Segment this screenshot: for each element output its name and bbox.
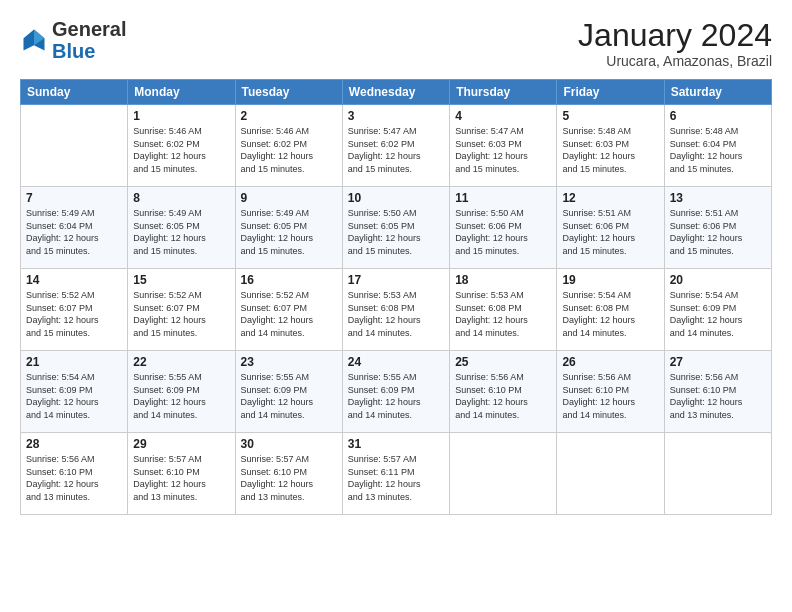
- calendar-cell: 31Sunrise: 5:57 AM Sunset: 6:11 PM Dayli…: [342, 433, 449, 515]
- day-number: 16: [241, 273, 337, 287]
- logo-general-text: General: [52, 18, 126, 40]
- day-number: 9: [241, 191, 337, 205]
- day-info: Sunrise: 5:57 AM Sunset: 6:10 PM Dayligh…: [241, 453, 337, 503]
- logo: General Blue: [20, 18, 126, 62]
- day-info: Sunrise: 5:49 AM Sunset: 6:05 PM Dayligh…: [241, 207, 337, 257]
- calendar-cell: [557, 433, 664, 515]
- calendar-cell: 23Sunrise: 5:55 AM Sunset: 6:09 PM Dayli…: [235, 351, 342, 433]
- day-info: Sunrise: 5:56 AM Sunset: 6:10 PM Dayligh…: [562, 371, 658, 421]
- day-number: 2: [241, 109, 337, 123]
- calendar-cell: 1Sunrise: 5:46 AM Sunset: 6:02 PM Daylig…: [128, 105, 235, 187]
- logo-text: General Blue: [52, 18, 126, 62]
- day-number: 27: [670, 355, 766, 369]
- calendar-cell: 22Sunrise: 5:55 AM Sunset: 6:09 PM Dayli…: [128, 351, 235, 433]
- logo-icon: [20, 26, 48, 54]
- calendar-cell: 8Sunrise: 5:49 AM Sunset: 6:05 PM Daylig…: [128, 187, 235, 269]
- day-info: Sunrise: 5:49 AM Sunset: 6:05 PM Dayligh…: [133, 207, 229, 257]
- calendar-cell: 18Sunrise: 5:53 AM Sunset: 6:08 PM Dayli…: [450, 269, 557, 351]
- day-info: Sunrise: 5:56 AM Sunset: 6:10 PM Dayligh…: [26, 453, 122, 503]
- day-info: Sunrise: 5:48 AM Sunset: 6:03 PM Dayligh…: [562, 125, 658, 175]
- calendar-cell: 2Sunrise: 5:46 AM Sunset: 6:02 PM Daylig…: [235, 105, 342, 187]
- day-number: 30: [241, 437, 337, 451]
- day-number: 31: [348, 437, 444, 451]
- calendar-cell: 12Sunrise: 5:51 AM Sunset: 6:06 PM Dayli…: [557, 187, 664, 269]
- calendar-cell: 21Sunrise: 5:54 AM Sunset: 6:09 PM Dayli…: [21, 351, 128, 433]
- calendar-cell: 14Sunrise: 5:52 AM Sunset: 6:07 PM Dayli…: [21, 269, 128, 351]
- week-row-4: 21Sunrise: 5:54 AM Sunset: 6:09 PM Dayli…: [21, 351, 772, 433]
- day-info: Sunrise: 5:53 AM Sunset: 6:08 PM Dayligh…: [455, 289, 551, 339]
- day-info: Sunrise: 5:54 AM Sunset: 6:09 PM Dayligh…: [670, 289, 766, 339]
- calendar-cell: 10Sunrise: 5:50 AM Sunset: 6:05 PM Dayli…: [342, 187, 449, 269]
- calendar-cell: 7Sunrise: 5:49 AM Sunset: 6:04 PM Daylig…: [21, 187, 128, 269]
- day-info: Sunrise: 5:50 AM Sunset: 6:06 PM Dayligh…: [455, 207, 551, 257]
- calendar-cell: 6Sunrise: 5:48 AM Sunset: 6:04 PM Daylig…: [664, 105, 771, 187]
- day-info: Sunrise: 5:47 AM Sunset: 6:02 PM Dayligh…: [348, 125, 444, 175]
- calendar-cell: 29Sunrise: 5:57 AM Sunset: 6:10 PM Dayli…: [128, 433, 235, 515]
- day-info: Sunrise: 5:57 AM Sunset: 6:11 PM Dayligh…: [348, 453, 444, 503]
- day-info: Sunrise: 5:46 AM Sunset: 6:02 PM Dayligh…: [241, 125, 337, 175]
- day-number: 24: [348, 355, 444, 369]
- day-number: 17: [348, 273, 444, 287]
- day-number: 29: [133, 437, 229, 451]
- day-info: Sunrise: 5:55 AM Sunset: 6:09 PM Dayligh…: [241, 371, 337, 421]
- day-info: Sunrise: 5:49 AM Sunset: 6:04 PM Dayligh…: [26, 207, 122, 257]
- week-row-5: 28Sunrise: 5:56 AM Sunset: 6:10 PM Dayli…: [21, 433, 772, 515]
- weekday-header-wednesday: Wednesday: [342, 80, 449, 105]
- day-info: Sunrise: 5:46 AM Sunset: 6:02 PM Dayligh…: [133, 125, 229, 175]
- day-number: 14: [26, 273, 122, 287]
- week-row-3: 14Sunrise: 5:52 AM Sunset: 6:07 PM Dayli…: [21, 269, 772, 351]
- day-number: 11: [455, 191, 551, 205]
- weekday-header-thursday: Thursday: [450, 80, 557, 105]
- header: General Blue January 2024 Urucara, Amazo…: [20, 18, 772, 69]
- calendar-cell: 17Sunrise: 5:53 AM Sunset: 6:08 PM Dayli…: [342, 269, 449, 351]
- weekday-header-friday: Friday: [557, 80, 664, 105]
- calendar-cell: 28Sunrise: 5:56 AM Sunset: 6:10 PM Dayli…: [21, 433, 128, 515]
- calendar-cell: 9Sunrise: 5:49 AM Sunset: 6:05 PM Daylig…: [235, 187, 342, 269]
- month-title: January 2024: [578, 18, 772, 53]
- day-info: Sunrise: 5:52 AM Sunset: 6:07 PM Dayligh…: [241, 289, 337, 339]
- calendar-cell: 30Sunrise: 5:57 AM Sunset: 6:10 PM Dayli…: [235, 433, 342, 515]
- day-number: 18: [455, 273, 551, 287]
- calendar-cell: 19Sunrise: 5:54 AM Sunset: 6:08 PM Dayli…: [557, 269, 664, 351]
- day-info: Sunrise: 5:50 AM Sunset: 6:05 PM Dayligh…: [348, 207, 444, 257]
- weekday-header-sunday: Sunday: [21, 80, 128, 105]
- day-info: Sunrise: 5:52 AM Sunset: 6:07 PM Dayligh…: [133, 289, 229, 339]
- calendar-cell: [21, 105, 128, 187]
- calendar-cell: 20Sunrise: 5:54 AM Sunset: 6:09 PM Dayli…: [664, 269, 771, 351]
- weekday-header-tuesday: Tuesday: [235, 80, 342, 105]
- day-info: Sunrise: 5:57 AM Sunset: 6:10 PM Dayligh…: [133, 453, 229, 503]
- weekday-header-monday: Monday: [128, 80, 235, 105]
- calendar-cell: 3Sunrise: 5:47 AM Sunset: 6:02 PM Daylig…: [342, 105, 449, 187]
- day-info: Sunrise: 5:54 AM Sunset: 6:08 PM Dayligh…: [562, 289, 658, 339]
- page: General Blue January 2024 Urucara, Amazo…: [0, 0, 792, 529]
- day-number: 6: [670, 109, 766, 123]
- day-info: Sunrise: 5:54 AM Sunset: 6:09 PM Dayligh…: [26, 371, 122, 421]
- day-info: Sunrise: 5:51 AM Sunset: 6:06 PM Dayligh…: [670, 207, 766, 257]
- day-info: Sunrise: 5:53 AM Sunset: 6:08 PM Dayligh…: [348, 289, 444, 339]
- day-number: 4: [455, 109, 551, 123]
- weekday-header-saturday: Saturday: [664, 80, 771, 105]
- day-number: 12: [562, 191, 658, 205]
- day-number: 19: [562, 273, 658, 287]
- day-number: 13: [670, 191, 766, 205]
- calendar-cell: 15Sunrise: 5:52 AM Sunset: 6:07 PM Dayli…: [128, 269, 235, 351]
- day-info: Sunrise: 5:55 AM Sunset: 6:09 PM Dayligh…: [348, 371, 444, 421]
- calendar-cell: 27Sunrise: 5:56 AM Sunset: 6:10 PM Dayli…: [664, 351, 771, 433]
- calendar-cell: 25Sunrise: 5:56 AM Sunset: 6:10 PM Dayli…: [450, 351, 557, 433]
- calendar-cell: 13Sunrise: 5:51 AM Sunset: 6:06 PM Dayli…: [664, 187, 771, 269]
- day-number: 5: [562, 109, 658, 123]
- day-number: 26: [562, 355, 658, 369]
- day-info: Sunrise: 5:47 AM Sunset: 6:03 PM Dayligh…: [455, 125, 551, 175]
- calendar-cell: [450, 433, 557, 515]
- calendar-table: SundayMondayTuesdayWednesdayThursdayFrid…: [20, 79, 772, 515]
- title-area: January 2024 Urucara, Amazonas, Brazil: [578, 18, 772, 69]
- day-number: 25: [455, 355, 551, 369]
- day-number: 15: [133, 273, 229, 287]
- day-number: 1: [133, 109, 229, 123]
- weekday-header-row: SundayMondayTuesdayWednesdayThursdayFrid…: [21, 80, 772, 105]
- day-info: Sunrise: 5:56 AM Sunset: 6:10 PM Dayligh…: [455, 371, 551, 421]
- calendar-cell: [664, 433, 771, 515]
- day-number: 3: [348, 109, 444, 123]
- day-number: 10: [348, 191, 444, 205]
- day-info: Sunrise: 5:51 AM Sunset: 6:06 PM Dayligh…: [562, 207, 658, 257]
